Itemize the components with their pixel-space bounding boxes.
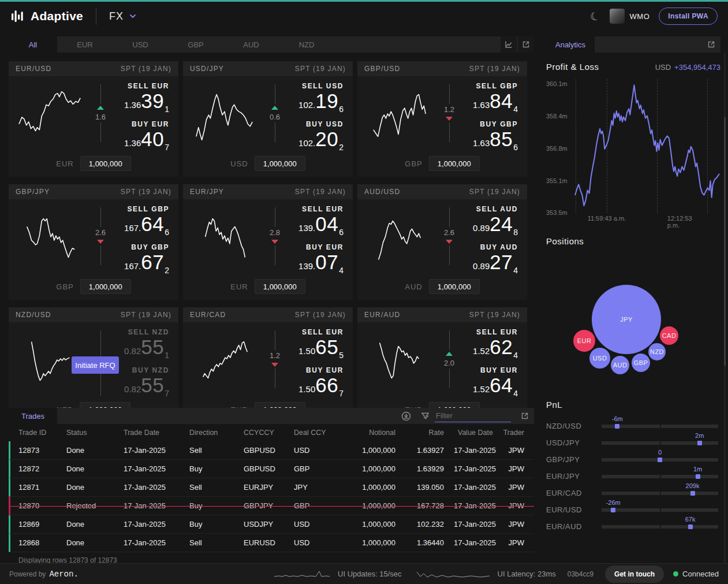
position-bubble-aud[interactable]: AUD bbox=[611, 356, 629, 374]
tab-analytics[interactable]: Analytics bbox=[546, 36, 595, 53]
notional-input[interactable] bbox=[80, 402, 130, 408]
initiate-rfq-button[interactable]: Initiate RFQ bbox=[72, 356, 119, 374]
notional-input[interactable] bbox=[255, 279, 305, 294]
tile-tenor-label: SPT (19 JAN) bbox=[469, 311, 520, 319]
sell-button[interactable]: SELL NZD0.82551 bbox=[113, 328, 169, 357]
sell-button[interactable]: SELL GBP167.646 bbox=[113, 205, 169, 234]
notional-currency-label: EUR bbox=[56, 159, 73, 168]
spread-indicator: 1.6 bbox=[88, 84, 113, 154]
filter-funnel-icon[interactable] bbox=[416, 411, 435, 421]
analytics-tab-strip bbox=[595, 36, 720, 53]
tile-pair-label: AUD/USD bbox=[364, 188, 400, 196]
tab-all[interactable]: All bbox=[9, 36, 57, 53]
price-tile-eurjpy: EUR/JPYSPT (19 JAN) 2.8 SELL EUR139.046 … bbox=[183, 184, 353, 300]
notional-input[interactable] bbox=[429, 279, 480, 294]
buy-button[interactable]: BUY NZD0.82557 bbox=[113, 366, 169, 395]
tab-aud[interactable]: AUD bbox=[223, 40, 279, 49]
currency-tab-strip: EUR USD GBP AUD NZD bbox=[57, 36, 534, 53]
notional-input[interactable] bbox=[429, 156, 480, 171]
logo-bars-icon bbox=[10, 9, 25, 24]
price-tile-usdjpy: USD/JPYSPT (19 JAN) 0.6 SELL USD102.196 … bbox=[183, 61, 353, 177]
buy-button[interactable]: BUY EUR1.50667 bbox=[287, 366, 344, 395]
tile-pair-label: GBP/JPY bbox=[16, 188, 50, 196]
tab-usd[interactable]: USD bbox=[113, 40, 168, 49]
pnl-bar-row: EUR/CAD209k bbox=[546, 485, 720, 501]
spread-indicator: 2.8 bbox=[263, 207, 287, 277]
trades-blotter: Trades T bbox=[9, 408, 534, 564]
position-bubble-gbp[interactable]: GBP bbox=[632, 354, 650, 372]
pnl-bars: NZD/USD-6m USD/JPY2m GBP/JPY0 EUR/JPY1m … bbox=[546, 418, 720, 535]
notional-input[interactable] bbox=[80, 279, 131, 294]
notional-currency-label: GBP bbox=[56, 282, 73, 291]
sell-button[interactable]: SELL GBP1.63844 bbox=[461, 82, 518, 111]
popout-tiles-icon[interactable] bbox=[518, 36, 534, 53]
spread-indicator: 2.6 bbox=[437, 207, 461, 277]
trade-row: 12869Done 17-Jan-2025Buy USDJPYUSD 1,000… bbox=[9, 515, 534, 534]
tab-eur[interactable]: EUR bbox=[57, 40, 113, 49]
sell-button[interactable]: SELL EUR1.50655 bbox=[287, 328, 344, 357]
position-bubble-jpy[interactable]: JPY bbox=[592, 285, 661, 354]
spread-indicator: 2.6 bbox=[88, 207, 113, 277]
analytics-panel: Analytics Profit & Loss USD+354,954,473 … bbox=[546, 31, 720, 564]
tile-sparkline bbox=[188, 82, 263, 150]
profit-loss-chart: 360.1m 358.4m 356.8m 355.1m 353.5m bbox=[546, 79, 720, 213]
pnl-marker bbox=[658, 457, 662, 462]
tab-trades[interactable]: Trades bbox=[9, 408, 57, 424]
export-csv-icon[interactable] bbox=[397, 411, 416, 421]
pnl-bar-row: USD/JPY2m bbox=[546, 434, 720, 451]
buy-button[interactable]: BUY EUR139.074 bbox=[287, 243, 344, 272]
pnl-bar-row: NZD/USD-6m bbox=[546, 418, 720, 434]
toggle-charts-icon[interactable] bbox=[501, 36, 517, 53]
buy-button[interactable]: BUY EUR1.36407 bbox=[113, 120, 169, 149]
buy-button[interactable]: BUY AUD0.89274 bbox=[461, 243, 518, 272]
workspace-selector[interactable]: FX bbox=[109, 10, 137, 23]
tile-pair-label: NZD/USD bbox=[16, 311, 51, 319]
notional-input[interactable] bbox=[255, 402, 305, 408]
tile-tenor-label: SPT (19 JAN) bbox=[121, 65, 171, 73]
currency-tabs: All EUR USD GBP AUD NZD bbox=[9, 36, 534, 53]
theme-toggle-moon-icon[interactable]: ☾ bbox=[589, 9, 602, 23]
sell-button[interactable]: SELL EUR139.046 bbox=[287, 205, 344, 234]
position-bubble-nzd[interactable]: NZD bbox=[648, 343, 666, 360]
sell-button[interactable]: SELL AUD0.89248 bbox=[461, 205, 518, 234]
sell-button[interactable]: SELL EUR1.36391 bbox=[113, 82, 169, 111]
position-bubble-cad[interactable]: CAD bbox=[660, 326, 678, 345]
tile-tenor-label: SPT (19 JAN) bbox=[469, 188, 520, 196]
scrollbar-thumb[interactable] bbox=[724, 117, 726, 366]
buy-button[interactable]: BUY EUR1.52644 bbox=[461, 366, 518, 395]
buy-button[interactable]: BUY GBP167.672 bbox=[113, 243, 169, 272]
movement-up-icon bbox=[97, 106, 104, 110]
tab-gbp[interactable]: GBP bbox=[168, 40, 223, 49]
trade-row-rejected: 12870Rejected 17-Jan-2025Buy GBPJPYGBP 1… bbox=[9, 497, 534, 515]
popout-analytics-icon[interactable] bbox=[702, 40, 720, 49]
pnl-marker bbox=[615, 424, 619, 429]
pnl-value: +354,954,473 bbox=[674, 63, 720, 72]
notional-currency-label: EUR bbox=[230, 406, 248, 408]
sell-button[interactable]: SELL EUR1.52624 bbox=[461, 328, 518, 357]
sell-button[interactable]: SELL USD102.196 bbox=[287, 82, 344, 111]
position-bubble-eur[interactable]: EUR bbox=[573, 330, 595, 352]
connection-status: Connected bbox=[682, 570, 719, 578]
app-header: Adaptive FX ☾ WMO Install PWA bbox=[0, 2, 728, 31]
popout-trades-icon[interactable] bbox=[516, 411, 534, 421]
movement-up-icon bbox=[446, 352, 453, 356]
filter-input[interactable] bbox=[435, 410, 511, 422]
tile-pair-label: EUR/JPY bbox=[190, 188, 224, 196]
movement-down-icon bbox=[271, 363, 278, 367]
price-tile-nzdusd: NZD/USDSPT (19 JAN) Initiate RFQ SELL NZ… bbox=[9, 307, 178, 408]
connected-dot-icon bbox=[673, 571, 678, 576]
notional-currency-label: AUD bbox=[405, 282, 422, 291]
get-in-touch-button[interactable]: Get in touch bbox=[605, 566, 664, 583]
tile-pair-label: GBP/USD bbox=[364, 65, 400, 73]
install-pwa-button[interactable]: Install PWA bbox=[659, 8, 718, 25]
buy-button[interactable]: BUY GBP1.63856 bbox=[461, 120, 518, 149]
position-bubble-usd[interactable]: USD bbox=[589, 348, 610, 369]
notional-input[interactable] bbox=[80, 156, 131, 171]
tab-nzd[interactable]: NZD bbox=[279, 40, 334, 49]
notional-input[interactable] bbox=[429, 402, 480, 408]
brand-name: Adaptive bbox=[31, 9, 83, 23]
aeron-brand[interactable]: Aeron. bbox=[49, 570, 78, 579]
tile-tenor-label: SPT (19 JAN) bbox=[295, 188, 346, 196]
notional-input[interactable] bbox=[255, 156, 305, 171]
buy-button[interactable]: BUY USD102.202 bbox=[287, 120, 344, 149]
